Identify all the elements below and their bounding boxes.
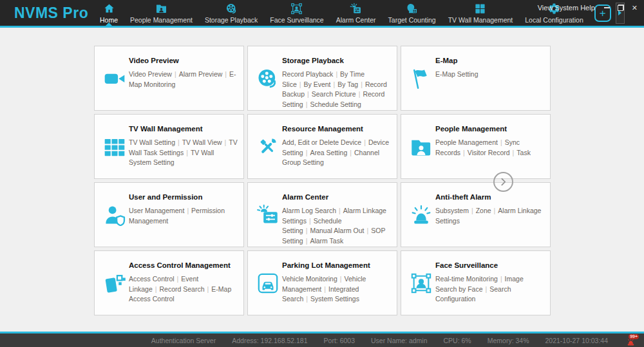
card-link[interactable]: By Event bbox=[304, 80, 331, 88]
card-link[interactable]: Real-time Monitoring bbox=[435, 275, 498, 283]
link-separator: | bbox=[186, 149, 188, 156]
card-link[interactable]: Schedule Setting bbox=[310, 100, 361, 108]
card-user-and-permission: User and Permission User Management|Perm… bbox=[94, 182, 244, 247]
alarm-notification-button[interactable]: 99+ bbox=[625, 334, 638, 347]
film-reel-icon bbox=[225, 3, 238, 15]
card-people-management: People Management People Management|Sync… bbox=[401, 114, 551, 179]
card-link[interactable]: Subsystem bbox=[435, 207, 469, 214]
restore-button[interactable] bbox=[618, 5, 624, 11]
card-link[interactable]: Access Control bbox=[129, 275, 175, 283]
link-separator: | bbox=[207, 285, 209, 293]
card-link[interactable]: Alarm Preview bbox=[179, 70, 223, 78]
link-separator: | bbox=[309, 217, 311, 225]
tab-alarm-center[interactable]: Alarm Center bbox=[334, 3, 378, 24]
card-title: TV Wall Management bbox=[129, 125, 238, 133]
cpu-usage: CPU: 6% bbox=[444, 337, 471, 344]
card-link[interactable]: People Management bbox=[435, 138, 498, 146]
video-camera-icon bbox=[103, 67, 126, 90]
tab-tv-wall-management-label: TV Wall Management bbox=[448, 16, 513, 24]
access-card-icon bbox=[103, 272, 126, 295]
link-separator: | bbox=[175, 70, 176, 78]
flag-icon bbox=[410, 67, 433, 90]
tab-tv-wall-management[interactable]: TV Wall Management bbox=[446, 3, 515, 24]
card-title: Resource Management bbox=[282, 125, 392, 133]
next-page-button[interactable] bbox=[493, 172, 513, 192]
card-storage-playback: Storage Playback Record Playback|By Time… bbox=[247, 46, 397, 111]
card-links: Access Control|Event Linkage|Record Sear… bbox=[129, 274, 238, 305]
user-shield-icon bbox=[103, 203, 126, 227]
card-video-preview: Video Preview Video Preview|Alarm Previe… bbox=[94, 46, 244, 111]
tab-home-label: Home bbox=[100, 16, 118, 24]
card-link[interactable]: Alarm Log Search bbox=[282, 207, 336, 214]
card-links: Add, Edit or Delete Device|Device Settin… bbox=[282, 138, 392, 168]
link-separator: | bbox=[463, 149, 465, 156]
card-link[interactable]: Zone bbox=[476, 207, 491, 214]
link-separator: | bbox=[471, 207, 473, 214]
tab-face-surveillance[interactable]: Face Surveillance bbox=[268, 3, 325, 24]
link-separator: | bbox=[500, 138, 502, 146]
card-e-map: E-Map E-Map Setting bbox=[401, 46, 551, 111]
minimize-button[interactable] bbox=[604, 7, 610, 8]
tab-storage-playback[interactable]: Storage Playback bbox=[203, 3, 260, 24]
link-separator: | bbox=[309, 247, 311, 247]
card-title: Video Preview bbox=[129, 57, 238, 64]
people-folder-icon bbox=[155, 3, 167, 15]
card-link[interactable]: Task bbox=[516, 149, 531, 156]
link-separator: | bbox=[324, 285, 326, 293]
card-links: E-Map Setting bbox=[435, 70, 545, 80]
tab-alarm-center-label: Alarm Center bbox=[336, 16, 376, 24]
tab-home[interactable]: Home bbox=[98, 3, 120, 24]
tab-people-management[interactable]: People Management bbox=[128, 3, 194, 24]
link-separator: | bbox=[359, 90, 361, 98]
card-title: Parking Lot Management bbox=[282, 261, 392, 269]
card-link[interactable]: Manual Alarm Out bbox=[310, 227, 364, 234]
datetime: 2021-10-27 10:03:44 bbox=[545, 337, 609, 344]
home-icon bbox=[103, 3, 115, 15]
card-link[interactable]: Email Settings bbox=[314, 247, 357, 247]
card-title: User and Permission bbox=[129, 193, 238, 201]
alarm-count-badge: 99+ bbox=[629, 334, 639, 339]
card-links: User Management|Permission Management bbox=[129, 206, 238, 226]
link-separator: | bbox=[225, 70, 227, 78]
card-link[interactable]: Video Preview bbox=[129, 70, 172, 78]
card-links: Video Preview|Alarm Preview|E-Map Monito… bbox=[129, 70, 238, 89]
car-icon bbox=[256, 272, 279, 295]
card-link[interactable]: Add, Edit or Delete Device bbox=[282, 138, 361, 146]
card-link[interactable]: User Management bbox=[129, 207, 184, 214]
link-separator: | bbox=[306, 149, 308, 156]
card-link[interactable]: TV Wall View bbox=[182, 138, 222, 146]
link-separator: | bbox=[339, 207, 341, 214]
card-link[interactable]: TV Wall Setting bbox=[129, 138, 175, 146]
face-frame-icon bbox=[290, 3, 303, 15]
people-folder-icon bbox=[410, 135, 433, 158]
card-link[interactable]: Search Picture bbox=[312, 90, 356, 98]
link-separator: | bbox=[155, 285, 157, 293]
card-link[interactable]: E-Map Setting bbox=[435, 70, 478, 78]
card-title: People Management bbox=[435, 125, 545, 133]
card-link[interactable]: System Settings bbox=[310, 295, 359, 303]
card-link[interactable]: Visitor Record bbox=[468, 149, 510, 156]
link-separator: | bbox=[306, 295, 308, 303]
tab-face-surveillance-label: Face Surveillance bbox=[270, 16, 323, 24]
view-system-help-link[interactable]: View System Help bbox=[538, 4, 595, 12]
tab-target-counting[interactable]: Target Counting bbox=[386, 3, 438, 24]
card-link[interactable]: Vehicle Monitoring bbox=[282, 275, 337, 283]
link-separator: | bbox=[336, 70, 337, 78]
card-link[interactable]: By Tag bbox=[337, 80, 358, 88]
link-separator: | bbox=[178, 138, 180, 146]
card-links: Record Playback|By Time Slice|By Event|B… bbox=[282, 70, 392, 109]
tab-people-management-label: People Management bbox=[130, 16, 193, 24]
card-links: Vehicle Monitoring|Vehicle Management|In… bbox=[282, 274, 392, 305]
close-button[interactable]: ✕ bbox=[632, 5, 638, 12]
link-separator: | bbox=[187, 207, 189, 214]
card-title: Anti-theft Alarm bbox=[435, 193, 545, 201]
card-title: Access Control Management bbox=[129, 261, 238, 269]
card-link[interactable]: Record Search bbox=[160, 285, 205, 293]
server-address: Address: 192.168.52.181 bbox=[232, 337, 307, 344]
tv-wall-grid-icon bbox=[474, 3, 486, 15]
card-link[interactable]: Area Setting bbox=[310, 149, 347, 156]
memory-usage: Memory: 34% bbox=[488, 337, 529, 344]
link-separator: | bbox=[364, 138, 366, 146]
app-logo: NVMS Pro bbox=[0, 0, 98, 26]
card-link[interactable]: Record Playback bbox=[282, 70, 333, 78]
